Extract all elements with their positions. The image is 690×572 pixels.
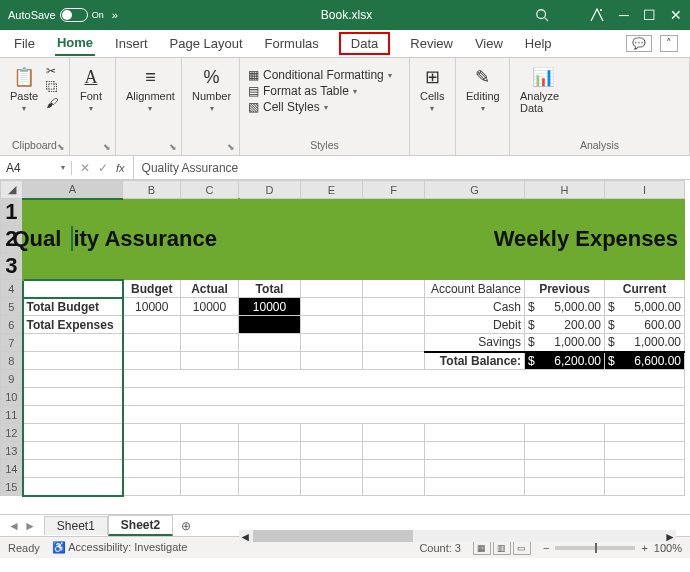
- cell[interactable]: [525, 460, 605, 478]
- cell[interactable]: [363, 478, 425, 496]
- col-header[interactable]: E: [301, 181, 363, 199]
- cell[interactable]: [123, 352, 181, 370]
- select-all-button[interactable]: ◢: [1, 181, 23, 199]
- cell[interactable]: [301, 424, 363, 442]
- clipboard-launcher-icon[interactable]: ⬊: [57, 142, 65, 152]
- cell[interactable]: Savings: [425, 334, 525, 352]
- cell[interactable]: [301, 478, 363, 496]
- cell[interactable]: 200.00: [525, 316, 605, 334]
- cell[interactable]: 600.00: [605, 316, 685, 334]
- cell[interactable]: Current: [605, 280, 685, 298]
- cell[interactable]: [23, 478, 123, 496]
- zoom-in-icon[interactable]: +: [641, 542, 647, 554]
- spreadsheet-grid[interactable]: ◢ A B C D E F G H I 1Quality AssuranceWe…: [0, 180, 690, 514]
- cell[interactable]: [363, 424, 425, 442]
- chevron-down-icon[interactable]: ▾: [61, 163, 65, 172]
- zoom-out-icon[interactable]: −: [543, 542, 549, 554]
- tab-page-layout[interactable]: Page Layout: [168, 32, 245, 55]
- cell[interactable]: [425, 424, 525, 442]
- cell[interactable]: [123, 424, 181, 442]
- enter-formula-icon[interactable]: ✓: [98, 161, 108, 175]
- cell[interactable]: Total Expenses: [23, 316, 123, 334]
- cell[interactable]: Total: [239, 280, 301, 298]
- cell[interactable]: [181, 316, 239, 334]
- cell[interactable]: 10000: [123, 298, 181, 316]
- col-header[interactable]: I: [605, 181, 685, 199]
- cell[interactable]: Previous: [525, 280, 605, 298]
- col-header[interactable]: H: [525, 181, 605, 199]
- cell[interactable]: Total Budget: [23, 298, 123, 316]
- cell[interactable]: [123, 388, 685, 406]
- number-button[interactable]: %Number▾: [190, 64, 233, 115]
- close-icon[interactable]: ✕: [670, 7, 682, 23]
- cell[interactable]: [181, 460, 239, 478]
- tab-review[interactable]: Review: [408, 32, 455, 55]
- cell[interactable]: Account Balance: [425, 280, 525, 298]
- autosave-toggle[interactable]: AutoSave On: [8, 8, 104, 22]
- col-header[interactable]: F: [363, 181, 425, 199]
- cell[interactable]: 10000: [181, 298, 239, 316]
- cell[interactable]: [23, 280, 123, 298]
- cell[interactable]: [363, 460, 425, 478]
- cell[interactable]: [123, 406, 685, 424]
- cell[interactable]: [425, 460, 525, 478]
- cell[interactable]: [181, 442, 239, 460]
- cell[interactable]: 5,000.00: [605, 298, 685, 316]
- cell[interactable]: [123, 334, 181, 352]
- search-icon[interactable]: [535, 8, 549, 22]
- alignment-button[interactable]: ≡Alignment▾: [124, 64, 177, 115]
- cell[interactable]: [23, 370, 123, 388]
- cell[interactable]: [605, 424, 685, 442]
- page-break-view-icon[interactable]: ▭: [513, 541, 531, 555]
- cell[interactable]: 10000: [239, 298, 301, 316]
- horizontal-scrollbar[interactable]: ◄ ►: [239, 530, 676, 542]
- fx-icon[interactable]: fx: [116, 162, 125, 174]
- paste-button[interactable]: 📋 Paste ▾: [8, 64, 40, 115]
- cell[interactable]: 6,600.00: [605, 352, 685, 370]
- cell[interactable]: [301, 352, 363, 370]
- cancel-formula-icon[interactable]: ✕: [80, 161, 90, 175]
- cell[interactable]: [239, 352, 301, 370]
- cell[interactable]: [301, 280, 363, 298]
- cell[interactable]: [123, 478, 181, 496]
- cell[interactable]: [301, 334, 363, 352]
- cell[interactable]: [301, 316, 363, 334]
- tab-insert[interactable]: Insert: [113, 32, 150, 55]
- cell[interactable]: Actual: [181, 280, 239, 298]
- tab-home[interactable]: Home: [55, 31, 95, 56]
- cell[interactable]: [363, 334, 425, 352]
- cell[interactable]: [525, 424, 605, 442]
- coming-soon-icon[interactable]: [589, 7, 605, 23]
- sheet-nav-prev-icon[interactable]: ◄: [8, 519, 20, 533]
- cell[interactable]: [363, 298, 425, 316]
- col-header[interactable]: D: [239, 181, 301, 199]
- zoom-control[interactable]: − + 100%: [543, 542, 682, 554]
- cell[interactable]: [239, 460, 301, 478]
- cell[interactable]: [301, 442, 363, 460]
- cell[interactable]: [239, 424, 301, 442]
- name-box[interactable]: A4▾: [0, 161, 72, 175]
- tab-data[interactable]: Data: [339, 32, 390, 55]
- cell[interactable]: [123, 316, 181, 334]
- cell[interactable]: Total Balance:: [425, 352, 525, 370]
- font-launcher-icon[interactable]: ⬊: [103, 142, 111, 152]
- sheet-nav-next-icon[interactable]: ►: [24, 519, 36, 533]
- col-header[interactable]: G: [425, 181, 525, 199]
- title-right[interactable]: Weekly Expenses: [239, 199, 685, 280]
- alignment-launcher-icon[interactable]: ⬊: [169, 142, 177, 152]
- analyze-data-button[interactable]: 📊Analyze Data: [518, 64, 568, 116]
- cell[interactable]: [525, 442, 605, 460]
- maximize-icon[interactable]: ☐: [643, 7, 656, 23]
- cell[interactable]: [605, 478, 685, 496]
- comments-icon[interactable]: 💬: [626, 35, 652, 52]
- tab-view[interactable]: View: [473, 32, 505, 55]
- cell[interactable]: [23, 460, 123, 478]
- tab-file[interactable]: File: [12, 32, 37, 55]
- sheet-tab[interactable]: Sheet2: [108, 515, 173, 536]
- cell[interactable]: [605, 460, 685, 478]
- cell[interactable]: [181, 334, 239, 352]
- cell[interactable]: [23, 388, 123, 406]
- cell[interactable]: 5,000.00: [525, 298, 605, 316]
- cell[interactable]: [23, 442, 123, 460]
- font-button[interactable]: AFont▾: [78, 64, 104, 115]
